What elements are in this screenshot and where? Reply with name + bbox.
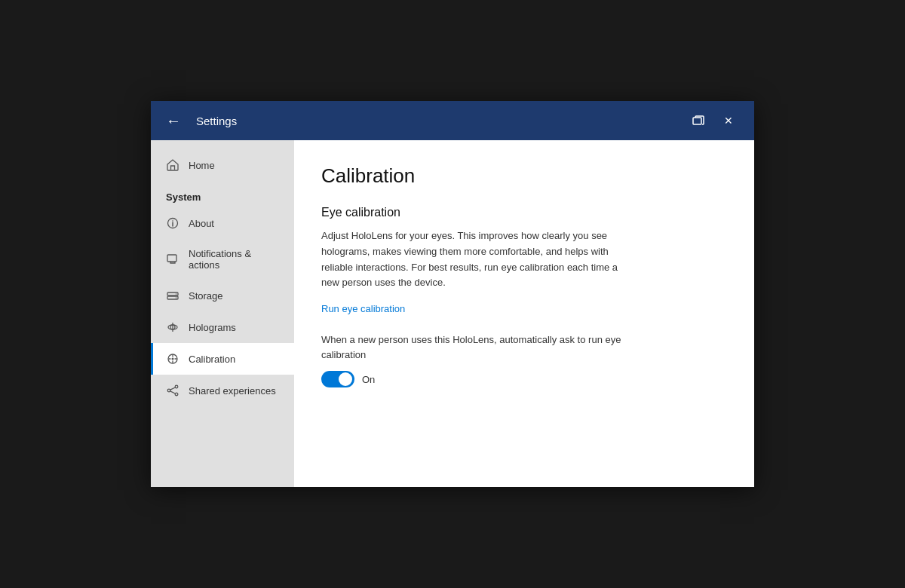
sidebar-item-shared[interactable]: Shared experiences <box>151 375 294 406</box>
svg-rect-0 <box>693 118 701 124</box>
sidebar-item-calibration[interactable]: Calibration <box>151 343 294 375</box>
sidebar-about-label: About <box>189 218 214 229</box>
notifications-icon <box>166 253 179 266</box>
sidebar-item-storage[interactable]: Storage <box>151 280 294 311</box>
shared-icon <box>166 384 179 397</box>
section-title: Eye calibration <box>321 206 727 219</box>
holograms-icon <box>166 320 179 334</box>
window-controls: ✕ <box>685 107 742 134</box>
window-title: Settings <box>196 115 673 127</box>
sidebar: Home System About <box>151 140 294 487</box>
svg-point-14 <box>167 389 170 392</box>
sidebar-home-label: Home <box>189 160 215 171</box>
storage-icon <box>166 289 179 302</box>
settings-window: ← Settings ✕ Home <box>151 101 754 487</box>
home-icon <box>166 158 179 172</box>
sidebar-storage-label: Storage <box>189 290 223 302</box>
sidebar-section-system: System <box>151 181 294 207</box>
restore-button[interactable] <box>685 107 712 134</box>
info-icon <box>166 216 179 230</box>
toggle-container: On <box>321 371 727 387</box>
sidebar-item-home[interactable]: Home <box>151 149 294 181</box>
titlebar: ← Settings ✕ <box>151 101 754 140</box>
svg-point-12 <box>175 385 178 388</box>
back-button[interactable]: ← <box>163 109 184 133</box>
page-title: Calibration <box>321 164 727 188</box>
sidebar-notifications-label: Notifications & actions <box>189 248 279 271</box>
sidebar-item-holograms[interactable]: Holograms <box>151 311 294 343</box>
auto-ask-section: When a new person uses this HoloLens, au… <box>321 332 727 387</box>
svg-point-6 <box>176 293 176 294</box>
svg-point-2 <box>172 220 173 222</box>
close-button[interactable]: ✕ <box>715 107 742 134</box>
calibration-icon <box>166 352 179 366</box>
description-text: Adjust HoloLens for your eyes. This impr… <box>321 228 638 291</box>
sidebar-shared-label: Shared experiences <box>189 385 276 397</box>
sidebar-holograms-label: Holograms <box>189 322 236 333</box>
auto-calibration-toggle[interactable] <box>321 371 354 387</box>
sidebar-item-notifications[interactable]: Notifications & actions <box>151 239 294 280</box>
auto-ask-label: When a new person uses this HoloLens, au… <box>321 332 638 362</box>
sidebar-calibration-label: Calibration <box>189 354 235 365</box>
toggle-status-label: On <box>362 374 375 385</box>
sidebar-item-about[interactable]: About <box>151 207 294 239</box>
main-content: Calibration Eye calibration Adjust HoloL… <box>294 140 754 487</box>
svg-point-7 <box>176 297 176 298</box>
svg-point-11 <box>172 358 174 360</box>
svg-rect-3 <box>167 255 176 262</box>
run-calibration-link[interactable]: Run eye calibration <box>321 303 727 314</box>
window-body: Home System About <box>151 140 754 487</box>
svg-point-13 <box>175 393 178 396</box>
